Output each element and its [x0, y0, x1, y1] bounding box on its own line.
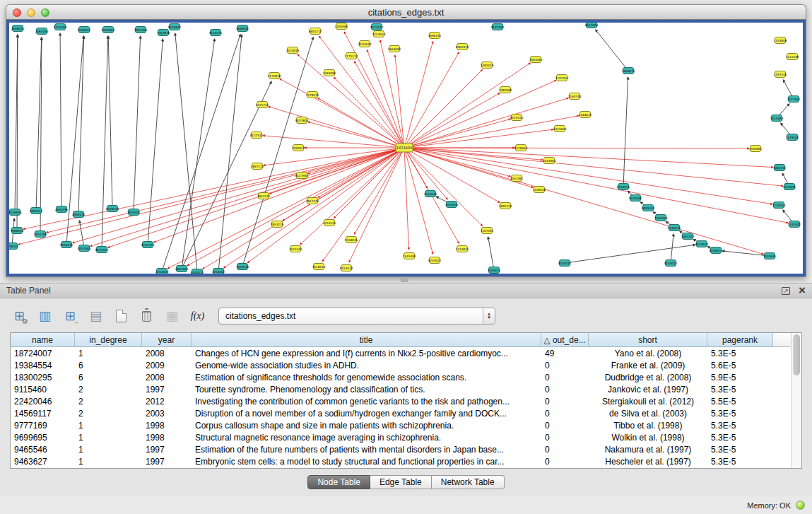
graph-node[interactable]: 5051583 — [78, 245, 91, 252]
table-settings-icon[interactable]: ⊞⚙ — [10, 307, 29, 325]
graph-node[interactable]: 9892015 — [30, 208, 43, 214]
graph-node[interactable]: 2175818 — [268, 73, 281, 79]
graph-node[interactable]: 9046052 — [78, 27, 91, 33]
scrollbar-thumb[interactable] — [793, 334, 800, 375]
column-visibility-icon[interactable]: ▥ — [35, 307, 54, 325]
graph-node[interactable]: 2283086 — [323, 70, 336, 76]
graph-node[interactable]: 2260584 — [335, 23, 348, 30]
graph-node[interactable]: 1852230 — [257, 193, 271, 199]
graph-node[interactable]: 2867133 — [251, 163, 264, 170]
graph-node[interactable]: 1895754 — [499, 203, 512, 209]
tab-node-table[interactable]: Node Table — [307, 475, 370, 489]
graph-node[interactable]: 7485083 — [499, 87, 512, 93]
graph-node[interactable]: 8104832 — [168, 24, 182, 30]
table-row[interactable]: 1830029562008Estimation of significance … — [11, 371, 791, 383]
graph-node[interactable]: 7817341 — [306, 198, 319, 204]
graph-node[interactable]: 1254543 — [372, 31, 386, 37]
graph-node[interactable]: 1216063 — [514, 145, 528, 151]
graph-node[interactable]: 9155489 — [54, 24, 67, 30]
graph-node[interactable]: 1846042 — [236, 25, 249, 32]
graph-node[interactable]: 9425722 — [256, 102, 269, 108]
graph-node[interactable]: 1278231 — [306, 92, 319, 98]
graph-node[interactable]: 8613004 — [585, 23, 599, 28]
graph-node[interactable]: 2606016 — [11, 25, 25, 32]
graph-node[interactable]: 1549549 — [533, 187, 546, 193]
graph-node[interactable]: 8575150 — [510, 115, 524, 121]
table-row[interactable]: 946362711997Embryonic stem cells: a mode… — [11, 455, 791, 467]
table-row[interactable]: 1938455462009Genome-wide association stu… — [11, 359, 791, 371]
column-header-short[interactable]: short — [589, 333, 707, 346]
table-row[interactable]: 911546021997Tourette syndrome. Phenomeno… — [11, 383, 791, 395]
graph-node[interactable]: 9546322 — [668, 225, 681, 231]
graph-node[interactable]: 7583438 — [654, 215, 668, 221]
graph-node[interactable]: 1545493 — [403, 253, 416, 259]
graph-node[interactable]: 2566124 — [72, 211, 86, 218]
graph-node[interactable]: 9158045 — [345, 237, 358, 243]
graph-node[interactable]: 1197346 — [774, 71, 787, 78]
column-header-year[interactable]: year — [142, 333, 192, 346]
window-titlebar[interactable]: citations_edges.txt — [6, 4, 806, 20]
graph-node[interactable]: 9245022 — [428, 257, 442, 264]
graph-node[interactable]: 1082552 — [773, 165, 787, 171]
graph-node[interactable]: 1059251 — [488, 267, 501, 274]
graph-node[interactable]: 1244502 — [788, 221, 801, 228]
graph-node[interactable]: 9245012 — [664, 260, 678, 267]
graph-node[interactable]: 9572317 — [370, 24, 384, 30]
graph-node[interactable]: 7567878 — [157, 30, 170, 36]
graph-node[interactable]: 1644964 — [543, 158, 556, 164]
graph-node[interactable]: 6961919 — [456, 44, 469, 50]
graph-node[interactable]: 8127944 — [295, 173, 309, 179]
graph-node[interactable]: 1415469 — [770, 115, 784, 122]
graph-node[interactable]: 1720434 — [772, 202, 786, 209]
graph-node[interactable]: 9046331 — [9, 243, 19, 250]
network-canvas[interactable]: 2606016256105491554899046052862406319013… — [9, 23, 803, 274]
tab-network-table[interactable]: Network Table — [432, 475, 505, 489]
new-table-icon[interactable] — [112, 307, 131, 325]
graph-node[interactable]: 7483083 — [529, 57, 543, 63]
graph-node[interactable]: 1277437 — [787, 96, 801, 103]
graph-node[interactable]: 1129104 — [786, 134, 799, 141]
graph-node[interactable]: 9337805 — [295, 117, 309, 124]
graph-node[interactable]: 1210655 — [783, 184, 796, 190]
table-row[interactable]: 969969511998Structural magnetic resonanc… — [11, 431, 791, 443]
graph-node[interactable]: 7654049 — [236, 264, 249, 270]
graph-node[interactable]: 1051462 — [510, 175, 524, 182]
import-table-icon[interactable]: ⊞→ — [61, 307, 80, 325]
table-row[interactable]: 1456911722003Disruption of a novel membe… — [11, 407, 791, 419]
table-row[interactable]: 2242004622012Investigating the contribut… — [11, 395, 791, 407]
graph-node[interactable]: 1093917 — [292, 145, 305, 151]
graph-node[interactable]: 9891044 — [642, 205, 655, 211]
minimize-window-button[interactable] — [27, 8, 35, 17]
graph-node[interactable]: 8127512 — [250, 132, 264, 139]
float-panel-icon[interactable]: ↗ — [782, 287, 790, 295]
graph-node[interactable]: 7618543 — [312, 264, 326, 270]
vertical-scrollbar[interactable] — [791, 333, 801, 468]
graph-node[interactable]: 1775117 — [345, 53, 358, 59]
graph-node[interactable]: 9203743 — [141, 242, 155, 248]
graph-node[interactable]: 8541022 — [95, 247, 109, 253]
delete-table-icon[interactable] — [137, 307, 156, 325]
graph-node[interactable]: 7853219 — [271, 221, 284, 228]
graph-node[interactable]: 1201635 — [763, 253, 777, 259]
graph-node[interactable]: 1081103 — [681, 233, 695, 240]
graph-node[interactable]: 1664679 — [622, 68, 635, 74]
graph-node[interactable]: 8209254 — [106, 206, 119, 212]
graph-node[interactable]: 1664691 — [388, 46, 401, 52]
close-panel-icon[interactable]: × — [799, 286, 806, 296]
graph-node[interactable]: 1864501 — [175, 266, 189, 272]
graph-node[interactable]: 9134571 — [209, 30, 223, 36]
function-builder-icon[interactable]: f(x) — [188, 307, 207, 325]
graph-node[interactable]: 1221398 — [786, 54, 799, 60]
graph-node[interactable]: 8624063 — [102, 27, 115, 33]
graph-node[interactable]: 1901306 — [134, 27, 148, 33]
graph-node[interactable]: 2060590 — [55, 206, 69, 213]
panel-resize-handle[interactable] — [401, 279, 408, 282]
close-window-button[interactable] — [13, 8, 21, 17]
graph-node[interactable]: 9470495 — [629, 195, 642, 201]
graph-node[interactable]: 1154808 — [774, 37, 787, 44]
column-header-name[interactable]: name — [11, 333, 75, 346]
memory-indicator[interactable] — [796, 501, 805, 510]
merge-table-icon[interactable]: ▦ — [163, 307, 182, 325]
graph-node[interactable]: 6793011 — [617, 184, 630, 190]
graph-node[interactable]: 9066036 — [11, 228, 24, 234]
